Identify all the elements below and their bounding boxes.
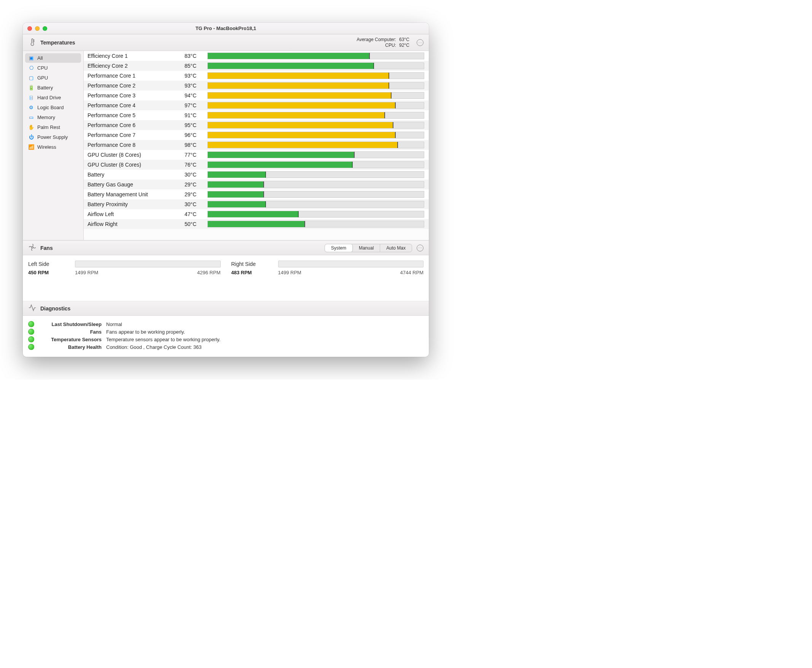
gpu-icon: ▢ [28, 75, 34, 81]
close-button[interactable] [27, 26, 32, 31]
app-window: TG Pro - MacBookPro18,1 Temperatures Ave… [23, 23, 429, 357]
wireless-icon: 📶 [28, 144, 34, 150]
sensor-name: Battery Gas Gauge [87, 182, 185, 187]
average-readout: Average Computer: 63°C CPU: 92°C [356, 37, 413, 48]
temperature-row: Battery Management Unit29°C [84, 189, 429, 199]
status-dot-ok [28, 336, 34, 342]
temperatures-body: ▣All⎔CPU▢GPU🔋Battery⌸Hard Drive⚙Logic Bo… [23, 51, 429, 240]
temperature-row: Performance Core 591°C [84, 110, 429, 120]
sidebar-item-label: Power Supply [37, 134, 68, 140]
fans-more-button[interactable]: ⋯ [417, 245, 423, 251]
sensor-bar-fill [208, 211, 299, 217]
sidebar-item-all[interactable]: ▣All [25, 53, 81, 63]
sidebar-item-battery[interactable]: 🔋Battery [25, 83, 81, 92]
sensor-bar [207, 181, 424, 188]
thermometer-icon [28, 38, 37, 48]
sidebar-item-palm-rest[interactable]: ✋Palm Rest [25, 122, 81, 132]
sensor-name: GPU Cluster (8 Cores) [87, 152, 185, 158]
sensor-name: Performance Core 3 [87, 92, 185, 99]
sensor-bar-fill [208, 191, 264, 197]
fan-name: Left Side [28, 261, 68, 267]
sensor-bar [207, 92, 424, 99]
fan-slider[interactable] [75, 261, 221, 267]
diagnostic-row: Battery HealthCondition: Good , Charge C… [28, 344, 423, 350]
temperature-row: Efficiency Core 285°C [84, 61, 429, 71]
temperature-row: Battery Gas Gauge29°C [84, 180, 429, 189]
sensor-bar [207, 72, 424, 79]
diagnostic-label: Temperature Sensors [39, 337, 102, 342]
status-dot-ok [28, 329, 34, 335]
cpu-icon: ⎔ [28, 65, 34, 71]
fan-mode-segmented: SystemManualAuto Max [324, 244, 412, 252]
diagnostic-label: Battery Health [39, 344, 102, 350]
sensor-bar [207, 161, 424, 168]
sidebar-item-gpu[interactable]: ▢GPU [25, 73, 81, 83]
temperature-row: Performance Core 796°C [84, 130, 429, 140]
sensor-value: 29°C [185, 191, 207, 197]
memory-icon: ▭ [28, 115, 34, 120]
sensor-value: 30°C [185, 201, 207, 207]
sensor-bar-fill [208, 83, 389, 89]
sidebar-item-cpu[interactable]: ⎔CPU [25, 63, 81, 73]
fan-rpm-min: 1499 RPM [278, 270, 301, 276]
sensor-value: 94°C [185, 92, 207, 99]
sensor-bar [207, 142, 424, 149]
sensor-bar [207, 191, 424, 198]
fan-slider[interactable] [278, 261, 424, 267]
sidebar-item-label: Memory [37, 115, 55, 120]
svg-point-3 [32, 247, 33, 248]
sensor-bar [207, 201, 424, 208]
avg-cpu-label: CPU: [385, 43, 396, 48]
diagnostic-value: Condition: Good , Charge Cycle Count: 36… [106, 344, 202, 350]
sensor-value: 96°C [185, 132, 207, 138]
sensor-name: Efficiency Core 2 [87, 63, 185, 69]
sensor-bar [207, 102, 424, 109]
sensor-bar [207, 171, 424, 178]
temperature-row: Performance Core 898°C [84, 140, 429, 150]
traffic-lights [23, 26, 47, 31]
sensor-bar [207, 52, 424, 59]
sidebar-item-logic-board[interactable]: ⚙Logic Board [25, 103, 81, 112]
maximize-button[interactable] [43, 26, 47, 31]
diagnostic-value: Temperature sensors appear to be working… [106, 337, 220, 342]
fan-rpm-max: 4744 RPM [400, 270, 423, 276]
sensor-bar-fill [208, 162, 353, 168]
sidebar-item-wireless[interactable]: 📶Wireless [25, 142, 81, 152]
sensor-bar-fill [208, 112, 385, 118]
temperature-list[interactable]: Efficiency Core 183°CEfficiency Core 285… [84, 51, 429, 240]
diagnostics-body: Last Shutdown/SleepNormalFansFans appear… [23, 316, 429, 357]
sidebar-item-label: Logic Board [37, 105, 63, 110]
fan-rpm-current: 450 RPM [28, 270, 75, 276]
diagnostic-label: Last Shutdown/Sleep [39, 321, 102, 327]
sensor-name: Efficiency Core 1 [87, 53, 185, 59]
fan-mode-manual[interactable]: Manual [353, 244, 380, 252]
sensor-value: 85°C [185, 63, 207, 69]
sidebar-item-label: Palm Rest [37, 124, 60, 130]
sensor-bar-fill [208, 221, 305, 227]
temperature-list-wrap: Efficiency Core 183°CEfficiency Core 285… [84, 51, 429, 240]
sensor-name: Battery Management Unit [87, 191, 185, 197]
fan-mode-system[interactable]: System [325, 244, 353, 252]
temperature-row: GPU Cluster (8 Cores)77°C [84, 150, 429, 160]
sensor-bar-fill [208, 102, 396, 109]
sensor-bar-fill [208, 53, 370, 59]
avg-computer-value: 63°C [399, 37, 413, 43]
minimize-button[interactable] [35, 26, 40, 31]
sidebar-item-memory[interactable]: ▭Memory [25, 113, 81, 122]
sensor-bar [207, 211, 424, 217]
sensor-bar-fill [208, 63, 374, 69]
diagnostic-value: Fans appear to be working properly. [106, 329, 185, 335]
sensor-value: 47°C [185, 211, 207, 217]
sensor-bar-fill [208, 92, 391, 99]
temperature-row: Performance Core 394°C [84, 90, 429, 100]
diagnostic-label: Fans [39, 329, 102, 335]
temperatures-more-button[interactable]: ⋯ [417, 39, 423, 46]
sensor-name: Performance Core 6 [87, 122, 185, 128]
sensor-value: 93°C [185, 73, 207, 79]
fan-mode-auto-max[interactable]: Auto Max [380, 244, 412, 252]
sidebar-item-label: CPU [37, 65, 48, 71]
sensor-value: 93°C [185, 83, 207, 89]
sidebar-item-label: Wireless [37, 144, 56, 150]
sidebar-item-power-supply[interactable]: ⏻Power Supply [25, 132, 81, 142]
sidebar-item-hard-drive[interactable]: ⌸Hard Drive [25, 93, 81, 102]
